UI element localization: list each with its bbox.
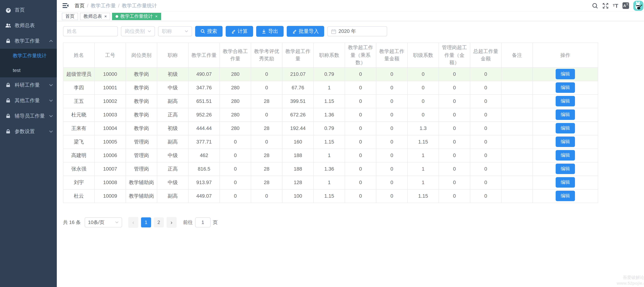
table-cell: 教学岗 xyxy=(126,108,157,121)
page-size-select[interactable]: 10条/页 xyxy=(84,217,122,227)
prev-page-button[interactable]: ‹ xyxy=(128,217,138,228)
sidebar-item-teachers[interactable]: 教师总表 xyxy=(0,18,57,33)
table-cell: 超级管理员 xyxy=(63,67,94,81)
sidebar-item-teaching-workload-stats[interactable]: 教学工作量统计 xyxy=(0,49,57,63)
edit-button[interactable]: 编辑 xyxy=(556,164,575,174)
table-cell: 160 xyxy=(282,135,314,149)
search-button[interactable]: 搜索 xyxy=(195,26,222,37)
table-cell: 0 xyxy=(251,108,282,121)
column-header: 工号 xyxy=(94,43,126,67)
table-cell: 0 xyxy=(376,162,408,176)
table-cell: 0 xyxy=(376,135,408,149)
export-button[interactable]: 导出 xyxy=(256,26,284,37)
edit-button[interactable]: 编辑 xyxy=(556,96,575,106)
page-button-2[interactable]: 2 xyxy=(154,217,164,227)
post-category-select[interactable]: 岗位类别 xyxy=(121,26,155,36)
table-cell: 0 xyxy=(376,189,408,203)
table-cell: 管理岗 xyxy=(126,149,157,162)
table-row: 王来有10004教学岗初级444.4428028192.440.79001.30… xyxy=(63,121,598,135)
font-size-icon[interactable]: TT xyxy=(613,3,618,8)
hamburger-icon[interactable] xyxy=(62,3,68,8)
table-cell: 913.97 xyxy=(188,176,220,189)
table-cell xyxy=(502,81,533,94)
table-cell: 1.15 xyxy=(314,135,345,149)
tag-teachers[interactable]: 教师总表 × xyxy=(80,13,110,20)
title-select[interactable]: 职称 xyxy=(158,26,192,36)
table-cell: 0 xyxy=(408,94,439,108)
table-cell: 0 xyxy=(220,162,251,176)
table-cell: 10009 xyxy=(94,189,126,203)
table-cell: 28 xyxy=(251,94,282,108)
table-cell: 1 xyxy=(408,149,439,162)
sidebar-item-teaching-workload[interactable]: 教学工作量 xyxy=(0,33,57,49)
table-cell: 100 xyxy=(282,189,314,203)
tag-teaching-workload-stats[interactable]: 教学工作量统计 × xyxy=(112,13,161,20)
search-icon[interactable] xyxy=(592,3,598,9)
edit-button[interactable]: 编辑 xyxy=(556,137,575,147)
edit-button[interactable]: 编辑 xyxy=(556,109,575,120)
goto-page-input[interactable]: 1 xyxy=(195,217,210,227)
breadcrumb-current: 教学工作量统计 xyxy=(122,2,157,9)
search-icon xyxy=(200,29,205,34)
table-cell: 0.79 xyxy=(314,121,345,135)
table-cell: 王来有 xyxy=(63,121,94,135)
pagination: 共 16 条 10条/页 ‹ 1 2 › 前往 1 页 xyxy=(63,217,218,228)
edit-icon xyxy=(231,29,236,34)
lock-icon xyxy=(5,82,11,88)
column-header: 备注 xyxy=(502,43,533,67)
table-cell: 0 xyxy=(376,108,408,121)
tags-view: 首页 教师总表 × 教学工作量统计 × xyxy=(57,12,644,21)
edit-button[interactable]: 编辑 xyxy=(556,150,575,161)
sidebar-item-counselor-workload[interactable]: 辅导员工作量 xyxy=(0,108,57,124)
table-cell: 0 xyxy=(345,108,376,121)
sidebar-item-research-workload[interactable]: 科研工作量 xyxy=(0,77,57,93)
table-cell: 0 xyxy=(345,149,376,162)
sidebar-item-home[interactable]: 首页 xyxy=(0,2,57,18)
table-cell: 280 xyxy=(220,108,251,121)
edit-button[interactable]: 编辑 xyxy=(556,123,575,133)
edit-button[interactable]: 编辑 xyxy=(556,69,575,79)
sidebar-item-other-workload[interactable]: 其他工作量 xyxy=(0,93,57,108)
table-cell: 1.15 xyxy=(314,94,345,108)
next-page-button[interactable]: › xyxy=(166,217,176,228)
edit-button[interactable]: 编辑 xyxy=(556,177,575,188)
table-cell-actions: 编辑 xyxy=(533,67,598,81)
breadcrumb-home[interactable]: 首页 xyxy=(74,2,84,9)
table-cell xyxy=(502,67,533,81)
chevron-down-icon xyxy=(49,99,53,102)
table-cell: 管理岗 xyxy=(126,162,157,176)
table-cell: 28 xyxy=(251,162,282,176)
year-picker[interactable]: 2020 年 xyxy=(327,26,387,36)
close-icon[interactable]: × xyxy=(155,14,158,19)
edit-button[interactable]: 编辑 xyxy=(556,82,575,93)
table-cell xyxy=(502,121,533,135)
name-input[interactable]: 姓名 xyxy=(63,26,118,36)
table-cell: 10001 xyxy=(94,81,126,94)
table-cell: 10007 xyxy=(94,162,126,176)
table-cell-actions: 编辑 xyxy=(533,94,598,108)
sidebar-item-parameter-settings[interactable]: 参数设置 xyxy=(0,124,57,139)
close-icon[interactable]: × xyxy=(104,14,107,19)
table-cell: 0 xyxy=(470,176,502,189)
edit-button[interactable]: 编辑 xyxy=(556,191,575,201)
table-cell: 1.15 xyxy=(408,189,439,203)
table-cell: 28 xyxy=(251,121,282,135)
edit-icon xyxy=(292,29,297,34)
table-cell-actions: 编辑 xyxy=(533,135,598,149)
table-cell: 0 xyxy=(439,135,470,149)
page-button-1[interactable]: 1 xyxy=(141,217,151,227)
language-icon[interactable]: A文 xyxy=(622,2,629,9)
table-cell: 0 xyxy=(439,67,470,81)
avatar[interactable] xyxy=(633,1,643,11)
fullscreen-icon[interactable] xyxy=(602,3,608,9)
table-cell: 192.44 xyxy=(282,121,314,135)
calculate-button[interactable]: 计算 xyxy=(226,26,253,37)
table-cell: 教学岗 xyxy=(126,94,157,108)
users-icon xyxy=(5,23,11,29)
column-header: 岗位类别 xyxy=(126,43,157,67)
sidebar-item-test[interactable]: test xyxy=(0,63,57,77)
table-cell: 中级 xyxy=(157,81,188,94)
batch-import-button[interactable]: 批量导入 xyxy=(287,26,324,37)
tag-home[interactable]: 首页 xyxy=(62,13,78,20)
breadcrumb-teaching-workload[interactable]: 教学工作量 xyxy=(91,2,116,9)
